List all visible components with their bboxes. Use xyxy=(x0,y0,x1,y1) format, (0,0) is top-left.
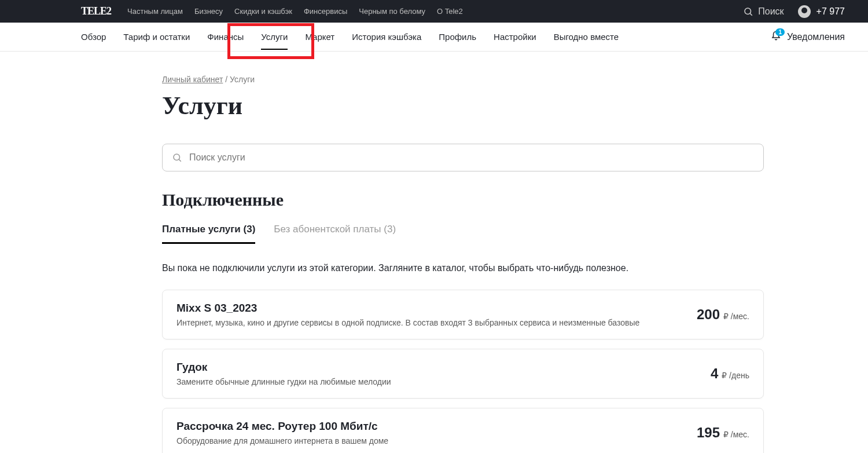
subnav: ОбзорТариф и остаткиФинансыУслугиМаркетИ… xyxy=(0,23,868,52)
service-info: Гудок Замените обычные длинные гудки на … xyxy=(176,361,711,386)
topbar-right: Поиск +7 977 xyxy=(743,5,845,18)
service-title: Mixx S 03_2023 xyxy=(176,302,697,315)
subnav-items: ОбзорТариф и остаткиФинансыУслугиМаркетИ… xyxy=(81,24,771,50)
subnav-item-8[interactable]: Выгодно вместе xyxy=(554,24,619,50)
page-title: Услуги xyxy=(162,91,764,120)
notifications-badge: 1 xyxy=(775,28,785,36)
topnav-item-black-white[interactable]: Черным по белому xyxy=(359,7,425,16)
bell-icon: 1 xyxy=(771,31,781,43)
price-value: 200 xyxy=(697,306,720,322)
subnav-item-7[interactable]: Настройки xyxy=(494,24,536,50)
service-price: 200 ₽ /мес. xyxy=(697,306,749,323)
topnav-item-about[interactable]: О Tele2 xyxy=(437,7,463,16)
topbar-search-label: Поиск xyxy=(758,6,784,17)
tabs: Платные услуги (3)Без абонентской платы … xyxy=(162,224,764,244)
price-value: 4 xyxy=(711,366,718,381)
price-value: 195 xyxy=(697,425,720,440)
service-desc: Интернет, музыка, кино и другие сервисы … xyxy=(176,318,697,327)
service-card[interactable]: Гудок Замените обычные длинные гудки на … xyxy=(162,349,764,399)
service-desc: Оборудование для домашнего интернета в в… xyxy=(176,436,697,445)
svg-line-1 xyxy=(751,13,752,15)
service-search[interactable] xyxy=(162,144,764,171)
notifications[interactable]: 1 Уведомления xyxy=(771,31,845,43)
tab-0[interactable]: Платные услуги (3) xyxy=(162,224,255,244)
breadcrumb: Личный кабинет / Услуги xyxy=(162,75,764,84)
svg-line-3 xyxy=(179,159,181,161)
search-icon xyxy=(172,152,182,163)
price-unit: ₽ /мес. xyxy=(721,312,749,321)
user-menu[interactable]: +7 977 xyxy=(798,5,845,18)
empty-message: Вы пока не подключили услуги из этой кат… xyxy=(162,263,764,273)
service-card[interactable]: Рассрочка 24 мес. Роутер 100 Мбит/с Обор… xyxy=(162,408,764,453)
service-title: Гудок xyxy=(176,361,711,374)
subnav-item-2[interactable]: Финансы xyxy=(207,24,244,50)
topnav-item-discounts[interactable]: Скидки и кэшбэк xyxy=(234,7,292,16)
service-info: Mixx S 03_2023 Интернет, музыка, кино и … xyxy=(176,302,697,327)
service-list: Mixx S 03_2023 Интернет, музыка, кино и … xyxy=(162,290,764,453)
page-content: Личный кабинет / Услуги Услуги Подключен… xyxy=(81,52,787,453)
topnav-item-finservices[interactable]: Финсервисы xyxy=(304,7,347,16)
notifications-label: Уведомления xyxy=(787,32,845,42)
topnav: Частным лицам Бизнесу Скидки и кэшбэк Фи… xyxy=(127,7,743,16)
service-price: 195 ₽ /мес. xyxy=(697,425,749,441)
tab-1[interactable]: Без абонентской платы (3) xyxy=(274,224,396,244)
topnav-item-private[interactable]: Частным лицам xyxy=(127,7,183,16)
user-phone: +7 977 xyxy=(816,6,845,17)
subnav-item-3[interactable]: Услуги xyxy=(261,24,288,50)
svg-point-0 xyxy=(745,8,751,14)
topbar-search[interactable]: Поиск xyxy=(743,6,784,17)
topnav-item-business[interactable]: Бизнесу xyxy=(194,7,223,16)
search-icon xyxy=(743,6,753,17)
svg-point-2 xyxy=(174,154,180,160)
breadcrumb-sep: / xyxy=(223,75,230,84)
topbar: TELE2 Частным лицам Бизнесу Скидки и кэш… xyxy=(0,0,868,23)
service-info: Рассрочка 24 мес. Роутер 100 Мбит/с Обор… xyxy=(176,420,697,445)
subnav-item-4[interactable]: Маркет xyxy=(305,24,334,50)
subnav-item-1[interactable]: Тариф и остатки xyxy=(123,24,190,50)
service-card[interactable]: Mixx S 03_2023 Интернет, музыка, кино и … xyxy=(162,290,764,339)
subnav-item-6[interactable]: Профиль xyxy=(439,24,476,50)
service-search-input[interactable] xyxy=(189,152,754,163)
service-price: 4 ₽ /день xyxy=(711,366,749,382)
breadcrumb-current: Услуги xyxy=(230,75,255,84)
logo[interactable]: TELE2 xyxy=(81,5,111,17)
price-unit: ₽ /день xyxy=(719,371,749,380)
price-unit: ₽ /мес. xyxy=(721,430,749,439)
subnav-item-5[interactable]: История кэшбэка xyxy=(352,24,421,50)
service-desc: Замените обычные длинные гудки на любимы… xyxy=(176,377,711,386)
user-icon xyxy=(798,5,811,18)
subnav-item-0[interactable]: Обзор xyxy=(81,24,106,50)
section-title-connected: Подключенные xyxy=(162,190,764,210)
breadcrumb-home[interactable]: Личный кабинет xyxy=(162,75,223,84)
service-title: Рассрочка 24 мес. Роутер 100 Мбит/с xyxy=(176,420,697,433)
